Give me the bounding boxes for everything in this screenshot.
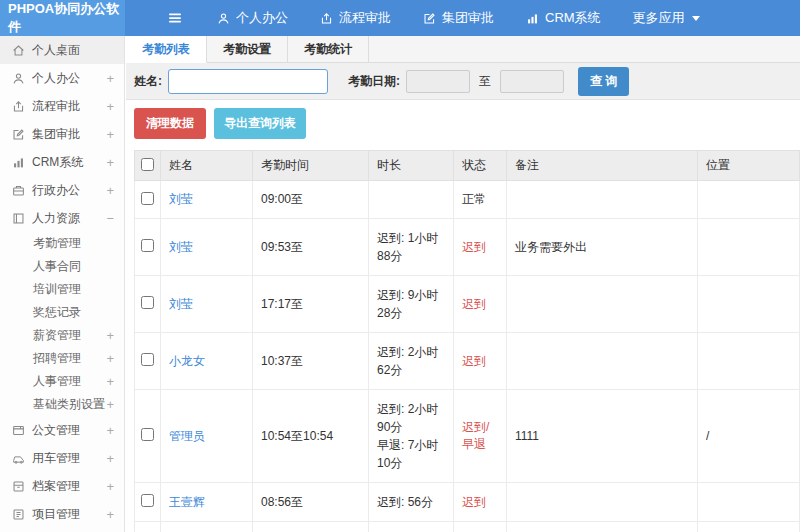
sidebar-item[interactable]: 行政办公+ [0,176,124,204]
sidebar-item[interactable]: 流程审批+ [0,92,124,120]
sidebar-subitem-label: 招聘管理 [33,350,106,367]
row-checkbox[interactable] [141,428,154,441]
duration: 迟到: 9小时28分 [369,276,454,333]
expand-icon[interactable]: + [106,351,114,366]
name-input[interactable] [168,69,328,94]
row-checkbox[interactable] [141,296,154,309]
sidebar-item-label: 档案管理 [32,478,106,495]
topnav-item-label: 流程审批 [339,9,391,27]
sidebar-item-label: 行政办公 [32,182,106,199]
topnav-item[interactable]: 流程审批 [304,0,407,36]
date-from-input[interactable] [406,70,470,93]
status-badge: 迟到/早退 [454,390,507,483]
column-header: 状态 [454,151,507,181]
expand-icon[interactable]: + [106,374,114,389]
employee-name-link[interactable]: 管理员 [169,429,205,443]
sidebar-subitem[interactable]: 培训管理 [0,278,124,301]
sidebar-subitem[interactable]: 人事管理+ [0,370,124,393]
sidebar-item[interactable]: 人力资源− [0,204,124,232]
document-icon [12,424,25,437]
sidebar-subitem[interactable]: 基础类别设置+ [0,393,124,416]
clean-data-button[interactable]: 清理数据 [134,108,206,139]
employee-name-link[interactable]: 刘莹 [169,192,193,206]
sidebar-item[interactable]: CRM系统+ [0,148,124,176]
expand-icon[interactable]: + [106,507,114,522]
export-list-button[interactable]: 导出查询列表 [214,108,306,139]
top-header: PHPOA协同办公软件 个人办公流程审批集团审批CRM系统更多应用 [0,0,800,36]
expand-icon[interactable]: + [106,183,114,198]
topnav-item[interactable]: 更多应用 [617,0,717,36]
sidebar: 个人桌面个人办公+流程审批+集团审批+CRM系统+行政办公+人力资源−考勤管理人… [0,36,125,532]
expand-icon[interactable]: + [106,423,114,438]
search-button[interactable]: 查 询 [578,67,629,96]
status-badge: 正常 [454,181,507,219]
expand-icon[interactable]: + [106,397,114,412]
employee-name-link[interactable]: 刘莹 [169,240,193,254]
expand-icon[interactable]: + [106,71,114,86]
employee-name-link[interactable]: 王壹辉 [169,495,205,509]
duration: 迟到: 56分 [369,483,454,522]
sidebar-item-label: 个人办公 [32,70,106,87]
expand-icon[interactable]: + [106,99,114,114]
sidebar-subitem[interactable]: 考勤管理 [0,232,124,255]
sidebar-subitem-label: 奖惩记录 [33,304,114,321]
select-all-checkbox[interactable] [141,158,154,171]
tab[interactable]: 考勤统计 [288,36,369,62]
topnav-item[interactable]: 集团审批 [407,0,510,36]
sidebar-item-label: 流程审批 [32,98,106,115]
expand-icon[interactable]: + [106,127,114,142]
table-row: 黄蓉13:20至13:20迟到: 5小时33分 早退: 4小时67分迟到/早退/ [135,522,800,532]
tab[interactable]: 考勤设置 [207,36,288,62]
sidebar-item[interactable]: 集团审批+ [0,120,124,148]
row-checkbox[interactable] [141,192,154,205]
share-icon [12,100,25,113]
topnav-item-label: 个人办公 [236,9,288,27]
sidebar-subitem[interactable]: 人事合同 [0,255,124,278]
remark [507,483,698,522]
sidebar-item[interactable]: 公文管理+ [0,416,124,444]
sidebar-item-label: 公文管理 [32,422,106,439]
sidebar-item-label: 集团审批 [32,126,106,143]
filter-bar: 姓名: 考勤日期: 至 查 询 [126,63,800,100]
attendance-time: 17:17至 [253,276,369,333]
chart-icon [526,12,539,25]
duration: 迟到: 2小时90分 早退: 7小时10分 [369,390,454,483]
duration: 迟到: 1小时88分 [369,219,454,276]
status-badge: 迟到 [454,219,507,276]
row-checkbox[interactable] [141,494,154,507]
status-badge: 迟到 [454,483,507,522]
expand-icon[interactable]: + [106,479,114,494]
sidebar-subitem[interactable]: 奖惩记录 [0,301,124,324]
sidebar-item[interactable]: 个人桌面 [0,36,124,64]
employee-name-link[interactable]: 刘莹 [169,297,193,311]
row-checkbox[interactable] [141,239,154,252]
table-row: 刘莹17:17至迟到: 9小时28分迟到 [135,276,800,333]
sidebar-item[interactable]: 用车管理+ [0,444,124,472]
location [698,219,800,276]
attendance-time: 08:56至 [253,483,369,522]
date-to-input[interactable] [500,70,564,93]
remark [507,276,698,333]
sidebar-item[interactable]: 档案管理+ [0,472,124,500]
sidebar-subitem[interactable]: 招聘管理+ [0,347,124,370]
topnav-item[interactable]: CRM系统 [510,0,617,36]
sidebar-item[interactable]: 个人办公+ [0,64,124,92]
expand-icon[interactable]: + [106,451,114,466]
to-label: 至 [476,73,494,90]
tab[interactable]: 考勤列表 [126,36,207,63]
sidebar-item-label: CRM系统 [32,154,106,171]
sidebar-item[interactable]: 项目管理+ [0,500,124,528]
sidebar-subitem-label: 考勤管理 [33,235,114,252]
sidebar-subitem[interactable]: 薪资管理+ [0,324,124,347]
expand-icon[interactable]: + [106,155,114,170]
employee-name-link[interactable]: 小龙女 [169,354,205,368]
topnav-item-label: 集团审批 [442,9,494,27]
topnav-item[interactable]: 个人办公 [201,0,304,36]
row-checkbox[interactable] [141,353,154,366]
collapse-icon[interactable]: − [106,211,114,226]
hamburger-menu-icon[interactable] [167,10,183,26]
app-logo: PHPOA协同办公软件 [0,0,125,36]
attendance-time: 09:53至 [253,219,369,276]
table-row: 王壹辉08:56至迟到: 56分迟到 [135,483,800,522]
expand-icon[interactable]: + [106,328,114,343]
